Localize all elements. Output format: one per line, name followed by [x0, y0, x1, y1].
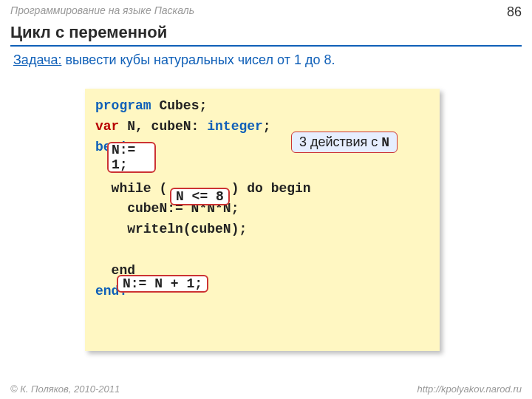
kw-program: program: [95, 98, 151, 113]
code-text: ) do begin: [223, 181, 311, 196]
code-text: N, cubeN:: [119, 119, 207, 134]
course-name: Программирование на языке Паскаль: [10, 4, 194, 20]
slide-header: Программирование на языке Паскаль 86: [0, 0, 532, 21]
site-url: http://kpolyakov.narod.ru: [417, 383, 522, 395]
task-text: вывести кубы натуральных чисел от 1 до 8…: [61, 52, 335, 67]
code-text: N:=: [112, 143, 135, 157]
code-block: program Cubes; var N, cubeN: integer; be…: [85, 89, 440, 351]
kw-integer: integer: [207, 119, 263, 134]
task-line: Задача: вывести кубы натуральных чисел о…: [13, 52, 519, 68]
init-highlight: N:= 1;: [107, 142, 156, 173]
page-title: Цикл с переменной: [10, 21, 522, 47]
actions-callout: 3 действия с N: [291, 132, 398, 153]
kw-var: var: [95, 119, 119, 134]
code-text: while (: [95, 181, 175, 196]
code-text: 1;: [112, 157, 128, 172]
code-text: writeln(cubeN);: [95, 219, 429, 240]
page-number: 86: [507, 4, 522, 20]
code-text: cubeN:= N*N*N;: [95, 199, 429, 219]
callout-text: 3 действия с: [299, 134, 381, 149]
code-text: Cubes;: [151, 98, 208, 113]
increment-highlight: N:= N + 1;: [117, 275, 208, 293]
slide-footer: © К. Поляков, 2010-2011 http://kpolyakov…: [0, 383, 532, 395]
callout-var: N: [381, 135, 389, 150]
code-text: N <= 8: [176, 189, 224, 204]
task-label: Задача:: [13, 52, 61, 67]
code-text: N:= N + 1;: [123, 276, 202, 291]
condition-highlight: N <= 8: [170, 188, 230, 205]
copyright: © К. Поляков, 2010-2011: [10, 383, 120, 395]
code-text: ;: [263, 119, 271, 134]
